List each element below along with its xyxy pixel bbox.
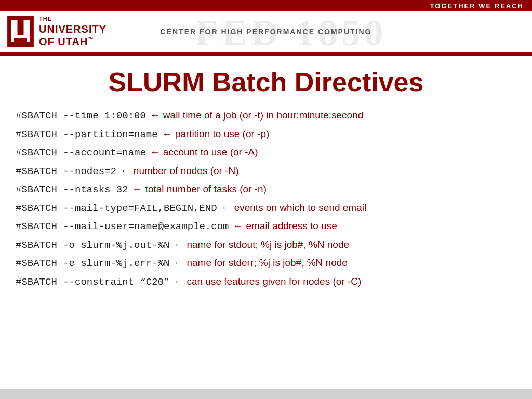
directive-item: #SBATCH --constraint “C20” ← can use fea… bbox=[16, 274, 516, 290]
directive-description: account to use (or -A) bbox=[163, 145, 258, 159]
header-main: FED 1850 THE UNIVERSITY bbox=[0, 11, 532, 52]
directive-code: #SBATCH --account=name bbox=[16, 146, 146, 161]
directive-description: name for stdout; %j is job#, %N node bbox=[187, 237, 349, 252]
logo-area: THE UNIVERSITY OF UTAH™ bbox=[0, 16, 107, 47]
directive-item: #SBATCH --mail-user=name@example.com ← e… bbox=[16, 219, 516, 234]
directive-code: #SBATCH --mail-type=FAIL,BEGIN,END bbox=[16, 202, 217, 216]
main-content: SLURM Batch Directives #SBATCH --time 1:… bbox=[0, 56, 532, 389]
of-utah-label: OF UTAH™ bbox=[39, 35, 107, 48]
directive-code: #SBATCH --partition=name bbox=[16, 128, 158, 142]
directive-item: #SBATCH -e slurm-%j.err-%N ← name for st… bbox=[16, 256, 516, 271]
directive-item: #SBATCH -o slurm-%j.out-%N ← name for st… bbox=[16, 237, 516, 253]
header-top-bar: TOGETHER WE REACH bbox=[0, 0, 532, 11]
directive-arrow-icon: ← bbox=[233, 219, 243, 233]
directive-description: wall time of a job (or -t) in hour:minut… bbox=[163, 108, 363, 123]
directive-arrow-icon: ← bbox=[121, 164, 130, 178]
directive-code: #SBATCH --constraint “C20” bbox=[16, 275, 169, 290]
directive-description: email address to use bbox=[246, 219, 337, 233]
header: TOGETHER WE REACH FED 1850 bbox=[0, 0, 532, 52]
directive-arrow-icon: ← bbox=[174, 274, 183, 289]
directive-item: #SBATCH --partition=name ← partition to … bbox=[16, 127, 516, 142]
tagline: TOGETHER WE REACH bbox=[430, 2, 524, 10]
directive-code: #SBATCH -e slurm-%j.err-%N bbox=[16, 257, 169, 271]
directive-code: #SBATCH --ntasks 32 bbox=[16, 183, 128, 197]
u-logo-icon bbox=[6, 16, 35, 47]
directive-description: total number of tasks (or -n) bbox=[145, 182, 267, 196]
directive-arrow-icon: ← bbox=[150, 145, 160, 159]
directive-item: #SBATCH --account=name ← account to use … bbox=[16, 145, 516, 161]
directive-item: #SBATCH --ntasks 32 ← total number of ta… bbox=[16, 182, 516, 197]
center-title: CENTER FOR HIGH PERFORMANCE COMPUTING bbox=[161, 28, 372, 36]
directive-arrow-icon: ← bbox=[162, 127, 172, 141]
the-label: THE bbox=[39, 16, 107, 22]
directive-arrow-icon: ← bbox=[174, 237, 183, 252]
directive-description: number of nodes (or -N) bbox=[134, 164, 239, 178]
directive-item: #SBATCH --nodes=2 ← number of nodes (or … bbox=[16, 164, 516, 179]
directive-item: #SBATCH --mail-type=FAIL,BEGIN,END ← eve… bbox=[16, 201, 516, 216]
university-label: UNIVERSITY bbox=[39, 23, 107, 35]
slide-title: SLURM Batch Directives bbox=[16, 66, 516, 98]
directive-code: #SBATCH --nodes=2 bbox=[16, 165, 116, 179]
university-logo: THE UNIVERSITY OF UTAH™ bbox=[6, 16, 107, 47]
directives-list: #SBATCH --time 1:00:00 ← wall time of a … bbox=[16, 108, 516, 289]
directive-arrow-icon: ← bbox=[174, 256, 183, 270]
directive-description: partition to use (or -p) bbox=[175, 127, 270, 141]
directive-code: #SBATCH --time 1:00:00 bbox=[16, 109, 146, 124]
svg-rect-5 bbox=[14, 38, 27, 41]
directive-code: #SBATCH --mail-user=name@example.com bbox=[16, 220, 229, 234]
directive-code: #SBATCH -o slurm-%j.out-%N bbox=[16, 238, 169, 253]
directive-arrow-icon: ← bbox=[132, 182, 142, 196]
directive-arrow-icon: ← bbox=[221, 201, 231, 215]
directive-description: name for stderr; %j is job#, %N node bbox=[187, 256, 347, 270]
directive-description: events on which to send email bbox=[234, 201, 367, 215]
red-separator-bar bbox=[0, 52, 532, 56]
university-text-block: THE UNIVERSITY OF UTAH™ bbox=[39, 16, 107, 47]
directive-item: #SBATCH --time 1:00:00 ← wall time of a … bbox=[16, 108, 516, 124]
directive-description: can use features given for nodes (or -C) bbox=[187, 274, 361, 289]
directive-arrow-icon: ← bbox=[150, 108, 160, 123]
